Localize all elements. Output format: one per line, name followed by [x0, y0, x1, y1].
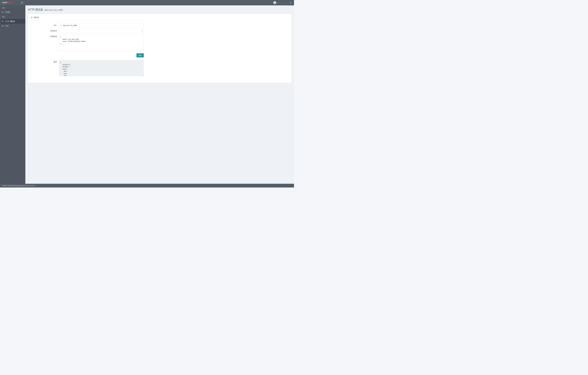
url-input[interactable]: [63, 24, 143, 26]
history-select[interactable]: [59, 29, 144, 33]
page-subtitle: 辅助 webapi http post调试: [44, 9, 63, 11]
copy-icon: [2, 25, 4, 27]
topbar-right: ---- ⌄ ✖: [273, 1, 292, 4]
sidebar-heading-system: 系统: [0, 15, 25, 19]
sidebar-item-http-debugger[interactable]: HTTP 调试器: [0, 19, 25, 24]
url-label: URL: [31, 23, 59, 27]
main-content: HTTP 调试器 辅助 webapi http post调试 调试器 URL 历…: [25, 5, 294, 184]
return-row: 返回: [31, 60, 288, 76]
svg-point-0: [274, 2, 275, 3]
page-title: HTTP 调试器 辅助 webapi http post调试: [28, 8, 291, 11]
svg-rect-1: [284, 3, 286, 3]
svg-point-6: [32, 17, 32, 18]
user-name: ----: [277, 2, 279, 4]
return-label: 返回: [31, 60, 59, 76]
footer: 2020 © LECPServer By Leanboard Tech Ltd …: [0, 184, 294, 188]
chevron-down-icon: ⌄: [280, 2, 281, 3]
url-input-group[interactable]: [59, 23, 144, 27]
svg-rect-2: [2, 12, 4, 13]
sidebar-item-label: HTTP 调试器: [5, 21, 15, 22]
logo: LECPServer: [2, 2, 13, 4]
sidebar-heading-basic: 基础: [0, 5, 25, 10]
button-row: 发送: [31, 53, 144, 57]
send-content-row: 发送内容: [31, 35, 288, 51]
sidebar-item-dashboard[interactable]: 仪表板: [0, 10, 25, 15]
menu-toggle-button[interactable]: [21, 2, 23, 4]
send-content-textarea[interactable]: [59, 35, 144, 51]
sidebar-item-logs[interactable]: 日志: [0, 24, 25, 28]
panel-header: 调试器: [31, 16, 288, 21]
debugger-panel: 调试器 URL 历史命令 发送内容: [28, 14, 291, 83]
send-content-label: 发送内容: [31, 35, 59, 51]
history-label: 历史命令: [31, 29, 59, 33]
avatar: [273, 1, 276, 4]
panel-title: 调试器: [34, 16, 39, 19]
sidebar-item-label: 仪表板: [5, 11, 10, 13]
svg-rect-5: [2, 26, 3, 26]
logo-lecp: LECP: [2, 2, 7, 4]
history-row: 历史命令: [31, 29, 288, 33]
sidebar: 基础 仪表板 系统 HTTP 调试器 日志: [0, 5, 25, 188]
topbar: LECPServer ---- ⌄ ✖: [0, 0, 294, 5]
copy-icon: [2, 21, 4, 22]
bell-icon: [60, 24, 62, 26]
logo-server: Server: [7, 2, 13, 4]
gear-icon: [31, 17, 33, 18]
user-menu-button[interactable]: ---- ⌄: [273, 1, 281, 4]
minimize-button[interactable]: [284, 1, 286, 4]
return-textarea[interactable]: [59, 60, 144, 76]
close-button[interactable]: ✖: [289, 1, 292, 4]
url-row: URL: [31, 23, 288, 27]
footer-text: 2020 © LECPServer By Leanboard Tech Ltd …: [2, 185, 35, 187]
svg-rect-4: [2, 21, 3, 22]
sidebar-item-label: 日志: [5, 25, 8, 27]
send-button[interactable]: 发送: [136, 53, 144, 57]
monitor-icon: [2, 11, 4, 13]
